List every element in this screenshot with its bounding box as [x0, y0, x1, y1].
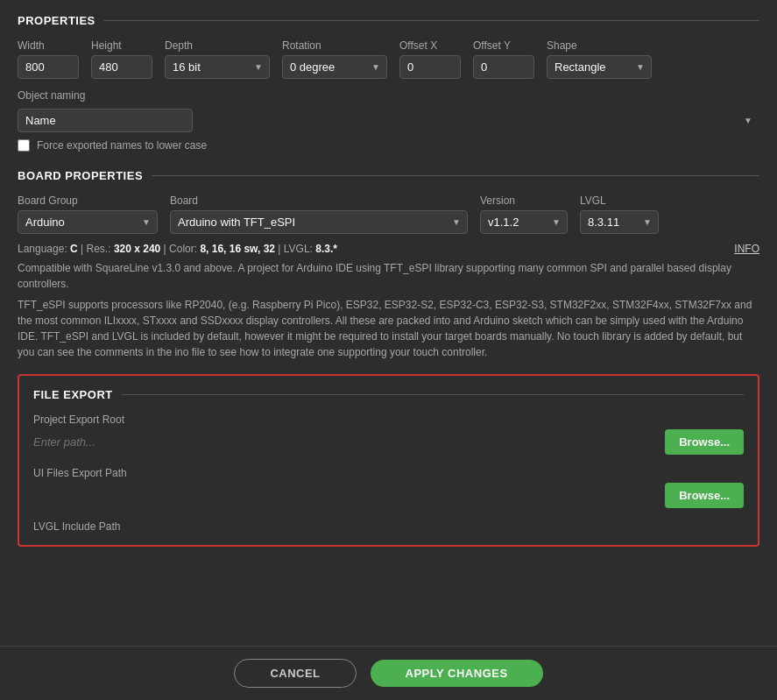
offset-x-group: Offset X	[399, 39, 461, 79]
shape-label: Shape	[547, 39, 652, 52]
board-description-2: TFT_eSPI supports processors like RP2040…	[18, 297, 759, 360]
res-highlight: 320 x 240	[114, 243, 160, 255]
ui-files-export-row: Browse...	[33, 483, 744, 508]
depth-select[interactable]: 16 bit	[165, 55, 270, 79]
lvgl-select[interactable]: 8.3.11	[580, 210, 659, 234]
offset-y-group: Offset Y	[473, 39, 534, 79]
rotation-select[interactable]: 0 degree	[282, 55, 387, 79]
width-input[interactable]	[18, 55, 79, 79]
lang-highlight: C	[70, 243, 78, 255]
board-name-group: Board Arduino with TFT_eSPI ▼	[170, 194, 468, 234]
ui-files-export-group: UI Files Export Path Browse...	[33, 467, 744, 508]
object-naming-label: Object naming	[18, 89, 759, 102]
height-label: Height	[91, 39, 152, 52]
lvgl-select-wrapper: 8.3.11 ▼	[580, 210, 659, 234]
board-name-label: Board	[170, 194, 468, 207]
board-group-select-wrapper: Arduino ▼	[18, 210, 158, 234]
depth-select-wrapper: 16 bit ▼	[165, 55, 270, 79]
project-browse-button[interactable]: Browse...	[665, 429, 744, 455]
board-name-select-wrapper: Arduino with TFT_eSPI ▼	[170, 210, 468, 234]
properties-header: PROPERTIES	[18, 14, 759, 27]
depth-label: Depth	[165, 39, 270, 52]
board-group-group: Board Group Arduino ▼	[18, 194, 158, 234]
board-selects-row: Board Group Arduino ▼ Board Arduino with…	[18, 194, 759, 234]
offset-y-label: Offset Y	[473, 39, 534, 52]
force-lowercase-row: Force exported names to lower case	[18, 139, 759, 152]
shape-select-wrapper: Rectangle ▼	[547, 55, 652, 79]
object-naming-select-wrapper: Name ▼	[18, 109, 759, 132]
apply-changes-button[interactable]: APPLY CHANGES	[371, 660, 543, 687]
board-properties-title: BOARD PROPERTIES	[18, 169, 143, 182]
height-input[interactable]	[91, 55, 152, 79]
object-naming-row: Object naming Name ▼	[18, 89, 759, 132]
board-group-select[interactable]: Arduino	[18, 210, 158, 234]
board-description-1: Compatible with SquareLine v1.3.0 and ab…	[18, 260, 759, 292]
rotation-group: Rotation 0 degree ▼	[282, 39, 387, 79]
version-group: Version v1.1.2 ▼	[480, 194, 568, 234]
file-export-title: FILE EXPORT	[33, 388, 113, 401]
board-name-select[interactable]: Arduino with TFT_eSPI	[170, 210, 468, 234]
offset-x-label: Offset X	[399, 39, 461, 52]
info-row: Language: C | Res.: 320 x 240 | Color: 8…	[18, 243, 759, 255]
offset-x-input[interactable]	[399, 55, 461, 79]
ui-files-browse-button[interactable]: Browse...	[665, 483, 744, 508]
version-select-wrapper: v1.1.2 ▼	[480, 210, 568, 234]
naming-arrow-icon: ▼	[744, 116, 752, 125]
color-highlight: 8, 16, 16 sw, 32	[200, 243, 275, 255]
board-properties-section: BOARD PROPERTIES Board Group Arduino ▼ B…	[18, 169, 759, 360]
project-export-root-group: Project Export Root Browse...	[33, 414, 744, 455]
file-export-section: FILE EXPORT Project Export Root Browse..…	[18, 374, 759, 547]
dimensions-row: Width Height Depth 16 bit ▼ Rotation	[18, 39, 759, 79]
board-properties-header: BOARD PROPERTIES	[18, 169, 759, 182]
rotation-label: Rotation	[282, 39, 387, 52]
footer: CANCEL APPLY CHANGES	[0, 646, 777, 700]
properties-section: PROPERTIES Width Height Depth 16 bit ▼	[18, 14, 759, 152]
object-naming-select[interactable]: Name	[18, 109, 193, 132]
info-text: Language: C | Res.: 320 x 240 | Color: 8…	[18, 243, 337, 255]
properties-title: PROPERTIES	[18, 14, 95, 27]
ui-files-export-label: UI Files Export Path	[33, 467, 744, 479]
project-export-root-label: Project Export Root	[33, 414, 744, 426]
lvgl-ver-highlight: 8.3.*	[315, 243, 337, 255]
ui-files-export-input[interactable]	[33, 489, 656, 502]
width-label: Width	[18, 39, 79, 52]
force-lowercase-checkbox[interactable]	[18, 139, 30, 152]
lvgl-include-path-label: LVGL Include Path	[33, 520, 744, 533]
version-select[interactable]: v1.1.2	[480, 210, 568, 234]
shape-group: Shape Rectangle ▼	[547, 39, 652, 79]
board-group-label: Board Group	[18, 194, 158, 207]
rotation-select-wrapper: 0 degree ▼	[282, 55, 387, 79]
lvgl-group: LVGL 8.3.11 ▼	[580, 194, 659, 234]
info-link[interactable]: INFO	[734, 243, 759, 255]
project-export-root-input[interactable]	[33, 435, 656, 449]
height-group: Height	[91, 39, 152, 79]
offset-y-input[interactable]	[473, 55, 534, 79]
cancel-button[interactable]: CANCEL	[234, 659, 356, 688]
project-export-root-row: Browse...	[33, 429, 744, 455]
depth-group: Depth 16 bit ▼	[165, 39, 270, 79]
shape-select[interactable]: Rectangle	[547, 55, 652, 79]
version-label: Version	[480, 194, 568, 207]
force-lowercase-label: Force exported names to lower case	[37, 139, 207, 152]
lvgl-label: LVGL	[580, 194, 659, 207]
file-export-header: FILE EXPORT	[33, 388, 744, 401]
width-group: Width	[18, 39, 79, 79]
